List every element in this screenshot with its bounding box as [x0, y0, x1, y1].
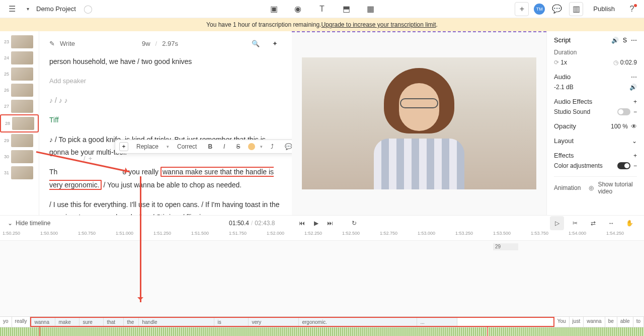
strike-button[interactable]: S [233, 142, 243, 151]
video-preview[interactable] [292, 31, 546, 215]
panel-icon[interactable]: ▥ [569, 2, 583, 16]
comment-icon[interactable]: 💬 [550, 2, 564, 16]
add-icon[interactable]: + [633, 152, 637, 159]
volume-icon[interactable]: 🔊 [629, 84, 637, 91]
grid-icon[interactable]: ▦ [363, 2, 377, 16]
chevron-down-icon[interactable]: ▾ [24, 2, 31, 16]
cursor-tool[interactable]: ▷ [550, 216, 564, 230]
selection-toolbar: + Replace▾ Correct B I S ▾ ⤴ 💬 ⋮ [115, 140, 292, 154]
thumbnail-27[interactable]: 27 [0, 98, 39, 114]
publish-button[interactable]: Publish [588, 3, 620, 15]
text-icon[interactable]: T [315, 2, 329, 16]
thumbnail-31[interactable]: 31 [0, 165, 39, 181]
opacity-value[interactable]: 100 % [611, 123, 628, 130]
bold-button[interactable]: B [205, 142, 215, 151]
pencil-icon: ✎ [49, 40, 55, 47]
blade-tool[interactable]: ✂ [568, 216, 582, 230]
thumbnail-29[interactable]: 29 [0, 132, 39, 149]
italic-button[interactable]: I [220, 142, 228, 151]
thumbnail-28[interactable]: 28 [0, 114, 39, 132]
word-track[interactable]: yoreallywannamakesurethatthehandleisvery… [0, 316, 644, 327]
word-cell[interactable]: to [633, 317, 644, 327]
color-adj-toggle[interactable] [617, 162, 630, 169]
timeline-tracks[interactable]: 29 [0, 241, 644, 316]
word-cell[interactable]: make [55, 318, 79, 326]
word-cell[interactable]: just [570, 317, 584, 327]
upgrade-link[interactable]: Upgrade to increase your transcription l… [321, 21, 436, 28]
hide-timeline-button[interactable]: Hide timeline [16, 220, 50, 227]
next-button[interactable]: ⏭ [323, 216, 337, 230]
play-button[interactable]: ▶ [309, 216, 323, 230]
transcript-paragraph[interactable]: The important thing is so you really wan… [49, 166, 282, 191]
thumbnail-23[interactable]: 23 [0, 34, 39, 50]
correct-button[interactable]: Correct [174, 142, 200, 151]
replace-button[interactable]: Replace [133, 142, 162, 151]
animation-button[interactable]: Animation [554, 184, 581, 191]
hand-tool[interactable]: ✋ [622, 216, 636, 230]
export-icon[interactable]: ⤴ [268, 142, 277, 151]
volume-icon[interactable]: 🔊 [611, 37, 619, 44]
thumbnail-26[interactable]: 26 [0, 82, 39, 98]
thumbnail-24[interactable]: 24 [0, 50, 39, 66]
word-cell[interactable]: very [249, 318, 299, 326]
word-cell[interactable]: ... [417, 318, 457, 326]
clip-marker[interactable]: 29 [493, 243, 518, 250]
search-icon[interactable]: 🔍 [249, 36, 263, 50]
menu-icon[interactable]: ☰ [5, 2, 19, 16]
color-picker[interactable] [248, 143, 255, 150]
loop-icon[interactable]: ↻ [347, 216, 361, 230]
prev-button[interactable]: ⏮ [295, 216, 309, 230]
thumbnail-25[interactable]: 25 [0, 66, 39, 82]
word-cell[interactable]: that [104, 318, 124, 326]
word-cell[interactable]: be [605, 317, 617, 327]
avatar[interactable]: TM [534, 4, 545, 15]
remove-icon[interactable]: − [633, 108, 637, 115]
remove-icon[interactable]: − [633, 162, 637, 169]
word-cell[interactable]: wanna [584, 317, 605, 327]
speed-value[interactable]: 1x [560, 59, 567, 66]
studio-sound-toggle[interactable] [617, 108, 630, 115]
word-cell[interactable]: sure [79, 318, 104, 326]
plus-icon[interactable]: + [89, 155, 93, 162]
thumbnail-30[interactable]: 30 [0, 149, 39, 165]
more-icon[interactable]: ⋯ [631, 37, 637, 44]
add-icon[interactable]: + [515, 2, 529, 16]
transcript-paragraph[interactable]: / I use this for everything. I'll use it… [49, 198, 282, 215]
help-icon[interactable]: ? [625, 2, 639, 16]
speaker-label[interactable]: Tiff [49, 114, 282, 126]
waveform[interactable] [0, 327, 644, 336]
add-button[interactable]: + [119, 142, 128, 151]
word-cell[interactable]: really [12, 317, 31, 327]
transcript-line[interactable]: person household, we have / two good kni… [49, 55, 282, 68]
tutorial-link[interactable]: Show tutorial video [598, 181, 637, 195]
word-cell[interactable]: is [214, 318, 249, 326]
duration-value[interactable]: 0:02.9 [620, 59, 637, 66]
comment-icon[interactable]: 💬 [282, 142, 292, 151]
annotation-arrow [140, 176, 141, 302]
word-cell[interactable]: able [617, 317, 633, 327]
word-cell[interactable]: handle [139, 318, 214, 326]
timeline-ruler[interactable]: 1:50.2501:50.5001:50.7501:51.0001:51.250… [0, 231, 644, 241]
word-cell[interactable]: the [124, 318, 139, 326]
audio-db[interactable]: -2.1 dB [554, 84, 574, 91]
shapes-icon[interactable]: ⬒ [339, 2, 353, 16]
word-cell[interactable]: You [554, 317, 570, 327]
record-icon[interactable]: ◉ [291, 2, 305, 16]
eye-icon[interactable]: 👁 [631, 123, 637, 130]
word-cell[interactable]: yo [0, 317, 12, 327]
add-speaker-button[interactable]: Add speaker [49, 75, 282, 87]
camera-icon[interactable]: ▣ [267, 2, 281, 16]
more-icon[interactable]: ⋯ [631, 74, 637, 81]
word-cell[interactable]: ergonomic. [299, 318, 417, 326]
add-icon[interactable]: + [633, 98, 637, 105]
sparkle-icon[interactable]: ✦ [268, 36, 282, 50]
link-tool[interactable]: ⇄ [586, 216, 600, 230]
color-adjustments-label: Color adjustments [554, 162, 603, 169]
resize-tool[interactable]: ↔ [604, 216, 618, 230]
chevron-down-icon[interactable]: ⌄ [632, 138, 637, 145]
hide-timeline-icon[interactable]: ⌄ [8, 220, 13, 227]
selected-words[interactable]: wannamakesurethatthehandleisveryergonomi… [30, 317, 554, 327]
word-cell[interactable]: wanna [31, 318, 55, 326]
speed-icon: ⟳ [554, 59, 559, 66]
s-button[interactable]: S [623, 37, 627, 44]
